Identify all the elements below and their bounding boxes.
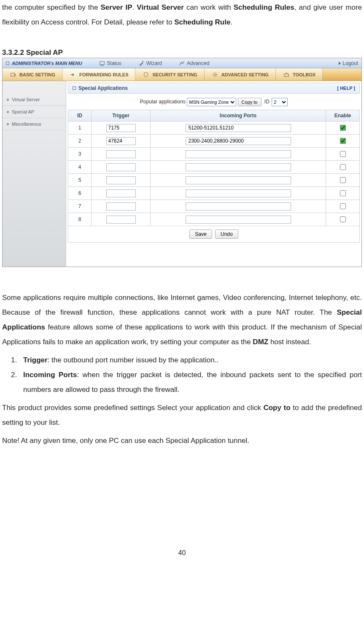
toolbox-icon [283,72,290,78]
cell-trigger [92,187,151,200]
svg-rect-0 [100,61,104,65]
sidebar-item-virtual-server[interactable]: Virtual Server [3,94,66,106]
tab-forwarding-rules[interactable]: FORWARDING RULES [62,68,136,81]
security-icon [142,72,150,78]
copy-to-button[interactable]: Copy to [238,98,262,106]
sidebar: Virtual Server Special AP Miscellaneous [3,81,66,267]
t: : the outbound port number issued by the… [48,356,218,364]
cell-enable [326,121,360,135]
incoming-ports-input[interactable] [186,176,291,184]
cell-id: 2 [68,135,92,148]
b: DMZ [253,338,268,346]
trigger-input[interactable] [106,163,136,171]
svg-rect-1 [100,65,103,65]
logout-link[interactable]: Logout [339,60,358,66]
predefined-paragraph: This product provides some predefined se… [2,400,362,430]
trigger-input[interactable] [106,137,136,145]
list-item: Incoming Ports: when the trigger packet … [19,367,362,397]
incoming-ports-input[interactable] [186,124,291,132]
enable-checkbox[interactable] [340,177,346,183]
cell-trigger [92,200,151,213]
cell-enable [326,148,360,161]
tab-toolbox[interactable]: TOOLBOX [276,68,323,81]
top-menu-label: Status [107,60,121,66]
basic-icon [9,72,17,78]
cell-trigger [92,174,151,187]
tab-advanced-setting[interactable]: ADVANCED SETTING [205,68,276,81]
table-row: 1 [68,121,360,135]
incoming-ports-input[interactable] [186,189,291,197]
incoming-ports-input[interactable] [186,216,291,224]
tab-security-setting[interactable]: SECURITY SETTING [135,68,204,81]
incoming-ports-input[interactable] [186,150,291,158]
tab-bar: BASIC SETTING FORWARDING RULES SECURITY … [3,68,361,81]
t: host instead. [268,338,311,346]
cell-id: 4 [68,161,92,174]
tab-basic-setting[interactable]: BASIC SETTING [3,68,62,81]
t: This product provides some predefined se… [2,404,263,412]
enable-checkbox[interactable] [340,164,346,170]
special-apps-table: ID Trigger Incoming Ports Enable 1234567… [68,110,360,226]
enable-checkbox[interactable] [340,125,346,131]
sidebar-item-miscellaneous[interactable]: Miscellaneous [3,118,66,130]
cell-ports [151,213,326,226]
trigger-input[interactable] [106,150,136,158]
cell-enable [326,174,360,187]
logout-label: Logout [342,60,358,66]
sidebar-item-special-ap[interactable]: Special AP [3,106,66,118]
popular-apps-select[interactable]: MSN Gaming Zone [187,98,236,106]
cell-id: 1 [68,121,92,135]
t: Some applications require multiple conne… [2,294,362,316]
help-link[interactable]: [ HELP ] [337,86,355,91]
save-button[interactable]: Save [189,229,212,239]
cell-enable [326,187,360,200]
explanation-paragraph: Some applications require multiple conne… [2,290,362,349]
cell-id: 6 [68,187,92,200]
sidebar-item-label: Special AP [12,109,34,114]
trigger-input[interactable] [106,216,136,224]
top-menu-label: Wizard [146,60,162,66]
col-trigger: Trigger [92,110,151,121]
cell-ports [151,174,326,187]
enable-checkbox[interactable] [340,151,346,157]
cell-ports [151,135,326,148]
bullet-icon [7,99,9,101]
tab-label: ADVANCED SETTING [221,72,269,77]
trigger-input[interactable] [106,202,136,210]
bullet-icon [7,111,9,113]
incoming-ports-input[interactable] [186,137,291,145]
menu-icon [6,62,9,65]
b: Copy to [263,404,290,412]
cell-id: 3 [68,148,92,161]
top-menu-bar: ADMINISTRATOR's MAIN MENU Status Wizard … [3,58,361,68]
svg-point-2 [142,61,143,62]
cell-trigger [92,213,151,226]
b: Scheduling Rules [234,3,294,11]
trigger-input[interactable] [106,124,136,132]
router-ui-screenshot: ADMINISTRATOR's MAIN MENU Status Wizard … [2,58,362,267]
incoming-ports-input[interactable] [186,163,291,171]
cell-ports [151,161,326,174]
incoming-ports-input[interactable] [186,202,291,210]
enable-checkbox[interactable] [340,190,346,196]
top-menu-wizard[interactable]: Wizard [138,60,162,66]
cell-ports [151,200,326,213]
note-paragraph: Note! At any given time, only one PC can… [2,433,362,448]
trigger-input[interactable] [106,189,136,197]
forwarding-icon [69,72,77,78]
b: Server IP [100,3,132,11]
table-row: 5 [68,174,360,187]
tab-label: FORWARDING RULES [79,72,129,77]
svg-rect-3 [11,73,15,76]
panel-header: Special Applications [ HELP ] [68,83,360,94]
id-select[interactable]: 2 [272,98,288,106]
enable-checkbox[interactable] [340,138,346,144]
trigger-input[interactable] [106,176,136,184]
top-menu-status[interactable]: Status [99,60,121,66]
enable-checkbox[interactable] [340,203,346,209]
table-row: 2 [68,135,360,148]
arrow-right-icon [339,62,341,65]
top-menu-advanced[interactable]: Advanced [179,60,209,66]
enable-checkbox[interactable] [340,216,346,222]
undo-button[interactable]: Undo [215,229,238,239]
